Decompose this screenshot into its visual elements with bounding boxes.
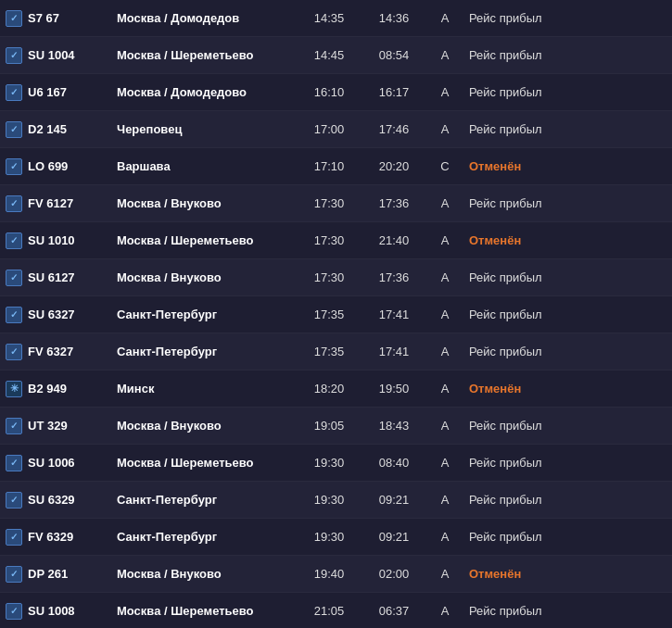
flight-number: LO 699: [28, 159, 68, 173]
actual-cell: 14:36: [361, 4, 426, 32]
destination-cell: Санкт-Петербург: [111, 485, 297, 514]
airline-icon: ✓: [6, 232, 22, 249]
actual-cell: 06:37: [361, 597, 426, 625]
status-cell: Рейс прибыл: [463, 448, 672, 477]
actual-cell: 02:00: [361, 559, 426, 588]
table-row[interactable]: ✓ SU 1008 Москва / Шереметьево 21:05 06:…: [0, 593, 672, 628]
airline-icon: ✳: [6, 381, 22, 397]
actual-cell: 08:54: [361, 41, 426, 69]
flight-number: D2 145: [28, 122, 67, 136]
scheduled-cell: 19:30: [297, 485, 361, 514]
airline-icon: ✓: [6, 603, 22, 620]
terminal-cell: A: [426, 411, 463, 440]
destination-cell: Москва / Внуково: [111, 189, 297, 218]
table-row[interactable]: ✓ SU 6127 Москва / Внуково 17:30 17:36 A…: [0, 259, 672, 296]
actual-cell: 16:17: [361, 78, 426, 107]
flight-number: SU 6329: [28, 493, 75, 507]
table-row[interactable]: ✓ SU 1006 Москва / Шереметьево 19:30 08:…: [0, 445, 672, 482]
flight-number: UT 329: [28, 419, 68, 433]
flight-number: SU 6127: [28, 270, 75, 284]
status-cell: Рейс прибыл: [463, 597, 672, 625]
terminal-cell: A: [426, 300, 463, 329]
terminal-cell: C: [426, 152, 463, 181]
table-row[interactable]: ✓ S7 67 Москва / Домодедов 14:35 14:36 A…: [0, 0, 672, 37]
terminal-cell: A: [426, 485, 463, 514]
flight-cell: ✓ SU 1010: [0, 225, 111, 257]
destination-cell: Санкт-Петербург: [111, 300, 297, 329]
status-cell: Отменён: [463, 226, 672, 255]
flight-cell: ✓ DP 261: [0, 559, 111, 590]
flight-cell: ✓ SU 6127: [0, 262, 111, 294]
status-cell: Рейс прибыл: [463, 522, 672, 551]
status-cell: Отменён: [463, 374, 672, 403]
scheduled-cell: 19:30: [297, 522, 361, 551]
status-cell: Отменён: [463, 152, 672, 181]
airline-icon: ✓: [6, 195, 22, 212]
terminal-cell: A: [426, 78, 463, 107]
flight-cell: ✓ FV 6127: [0, 188, 111, 220]
flight-cell: ✓ SU 1004: [0, 40, 111, 71]
table-row[interactable]: ✓ SU 1004 Москва / Шереметьево 14:45 08:…: [0, 37, 672, 74]
flight-cell: ✓ FV 6329: [0, 521, 111, 553]
destination-cell: Санкт-Петербург: [111, 522, 297, 551]
table-row[interactable]: ✳ B2 949 Минск 18:20 19:50 A Отменён: [0, 371, 672, 408]
airline-icon: ✓: [6, 418, 22, 434]
table-row[interactable]: ✓ D2 145 Череповец 17:00 17:46 A Рейс пр…: [0, 111, 672, 148]
table-row[interactable]: ✓ FV 6329 Санкт-Петербург 19:30 09:21 A …: [0, 519, 672, 556]
flight-cell: ✓ SU 6329: [0, 484, 111, 516]
terminal-cell: A: [426, 597, 463, 625]
destination-cell: Москва / Шереметьево: [111, 448, 297, 477]
flight-cell: ✓ D2 145: [0, 114, 111, 145]
scheduled-cell: 19:40: [297, 559, 361, 588]
destination-cell: Варшава: [111, 152, 297, 181]
table-row[interactable]: ✓ U6 167 Москва / Домодедово 16:10 16:17…: [0, 74, 672, 111]
airline-icon: ✓: [6, 158, 22, 175]
scheduled-cell: 17:10: [297, 152, 361, 181]
terminal-cell: A: [426, 41, 463, 69]
actual-cell: 09:21: [361, 522, 426, 551]
table-row[interactable]: ✓ SU 1010 Москва / Шереметьево 17:30 21:…: [0, 222, 672, 259]
table-row[interactable]: ✓ SU 6329 Санкт-Петербург 19:30 09:21 A …: [0, 482, 672, 519]
airline-icon: ✓: [6, 455, 22, 471]
terminal-cell: A: [426, 374, 463, 403]
flight-number: FV 6329: [28, 530, 73, 544]
table-row[interactable]: ✓ FV 6327 Санкт-Петербург 17:35 17:41 A …: [0, 333, 672, 371]
table-row[interactable]: ✓ DP 261 Москва / Внуково 19:40 02:00 A …: [0, 556, 672, 593]
flight-number: SU 6327: [28, 308, 75, 321]
flight-cell: ✓ FV 6327: [0, 336, 111, 368]
terminal-cell: A: [426, 226, 463, 255]
airline-icon: ✓: [6, 529, 22, 546]
destination-cell: Череповец: [111, 115, 297, 144]
status-cell: Рейс прибыл: [463, 337, 672, 366]
airline-icon: ✓: [6, 84, 22, 101]
scheduled-cell: 16:10: [297, 78, 361, 107]
scheduled-cell: 17:30: [297, 189, 361, 218]
terminal-cell: A: [426, 522, 463, 551]
airline-icon: ✓: [6, 566, 22, 583]
table-row[interactable]: ✓ SU 6327 Санкт-Петербург 17:35 17:41 A …: [0, 296, 672, 333]
table-row[interactable]: ✓ LO 699 Варшава 17:10 20:20 C Отменён: [0, 148, 672, 185]
airline-icon: ✓: [6, 121, 22, 138]
terminal-cell: A: [426, 115, 463, 144]
terminal-cell: A: [426, 4, 463, 32]
flight-number: SU 1008: [28, 604, 75, 618]
flights-table: ✓ S7 67 Москва / Домодедов 14:35 14:36 A…: [0, 0, 672, 628]
scheduled-cell: 17:35: [297, 337, 361, 366]
destination-cell: Москва / Домодедов: [111, 4, 297, 32]
table-row[interactable]: ✓ UT 329 Москва / Внуково 19:05 18:43 A …: [0, 408, 672, 445]
status-cell: Рейс прибыл: [463, 411, 672, 440]
table-row[interactable]: ✓ FV 6127 Москва / Внуково 17:30 17:36 A…: [0, 185, 672, 222]
destination-cell: Москва / Шереметьево: [111, 597, 297, 625]
flight-cell: ✓ LO 699: [0, 151, 111, 182]
scheduled-cell: 14:35: [297, 4, 361, 32]
scheduled-cell: 17:00: [297, 115, 361, 144]
status-cell: Рейс прибыл: [463, 78, 672, 107]
destination-cell: Москва / Внуково: [111, 411, 297, 440]
flight-cell: ✓ SU 1008: [0, 596, 111, 627]
scheduled-cell: 17:35: [297, 300, 361, 329]
airline-icon: ✓: [6, 10, 22, 27]
destination-cell: Москва / Внуково: [111, 263, 297, 292]
actual-cell: 17:41: [361, 300, 426, 329]
destination-cell: Москва / Домодедово: [111, 78, 297, 107]
flight-number: B2 949: [28, 382, 67, 396]
